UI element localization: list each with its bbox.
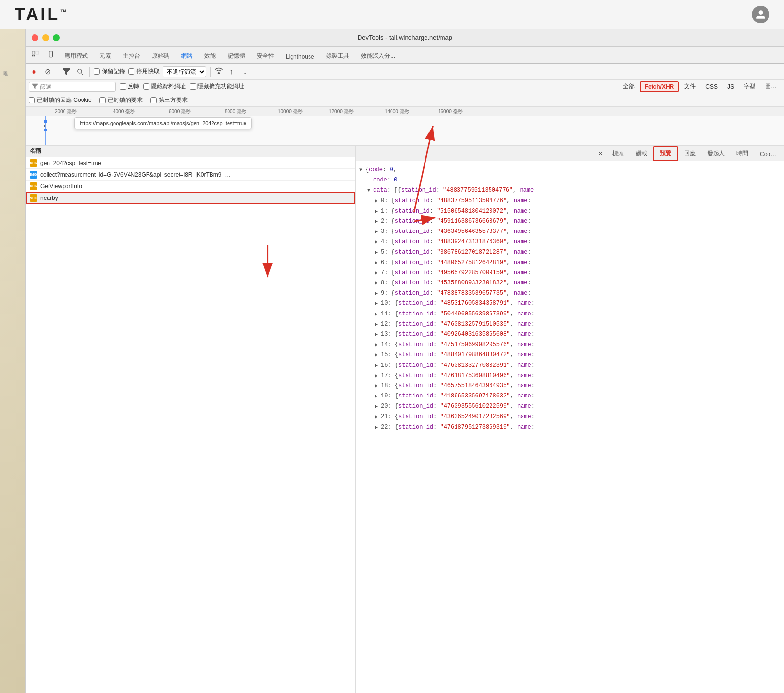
- json-row-item-20[interactable]: 20: {station_id: "476093555610222599", n…: [359, 401, 780, 412]
- json-expand-item-19[interactable]: [375, 393, 381, 400]
- json-row-item-3[interactable]: 3: {station_id: "436349564635578377", na…: [359, 227, 780, 237]
- third-party-checkbox[interactable]: 第三方要求: [150, 96, 188, 104]
- detail-tab-payload[interactable]: 酬載: [630, 147, 653, 161]
- json-row-item-22[interactable]: 22: {station_id: "476187951273869319", n…: [359, 422, 780, 432]
- json-expand-item-5[interactable]: [375, 249, 381, 257]
- json-row-item-19[interactable]: 19: {station_id: "418665335697178632", n…: [359, 391, 780, 401]
- json-row-item-0[interactable]: 0: {station_id: "488377595113504776", na…: [359, 196, 780, 206]
- json-expand-item-14[interactable]: [375, 341, 381, 349]
- tab-security[interactable]: 安全性: [251, 49, 280, 64]
- tab-network[interactable]: 網路: [175, 49, 198, 64]
- user-avatar[interactable]: [752, 6, 769, 23]
- json-expand-item-22[interactable]: [375, 424, 381, 431]
- search-btn[interactable]: [75, 66, 85, 77]
- json-expand-item-8[interactable]: [375, 280, 381, 287]
- close-window-btn[interactable]: [32, 34, 38, 41]
- tab-console[interactable]: 主控台: [117, 49, 146, 64]
- tab-performance-insights[interactable]: 效能深入分…: [355, 49, 402, 64]
- json-row-item-4[interactable]: 4: {station_id: "488392473131876360", na…: [359, 237, 780, 247]
- json-expand-item-18[interactable]: [375, 382, 381, 390]
- minimize-window-btn[interactable]: [42, 34, 49, 41]
- detail-tab-timing[interactable]: 時間: [731, 147, 754, 161]
- invert-checkbox[interactable]: 反轉: [120, 82, 139, 91]
- throttle-select[interactable]: 不進行節流: [163, 66, 206, 77]
- filter-text-input[interactable]: [40, 83, 113, 90]
- json-expand-item-2[interactable]: [375, 218, 381, 226]
- json-expand-item-4[interactable]: [375, 238, 381, 246]
- json-expand-item-9[interactable]: [375, 290, 381, 297]
- tab-application[interactable]: 應用程式: [59, 49, 94, 64]
- third-party-input[interactable]: [150, 97, 157, 103]
- json-row-item-9[interactable]: 9: {station_id: "478387833539657735", na…: [359, 288, 780, 298]
- json-expand-item-0[interactable]: [375, 198, 381, 205]
- json-expand-item-15[interactable]: [375, 351, 381, 359]
- json-row-item-12[interactable]: 12: {station_id: "476081325791510535", n…: [359, 319, 780, 330]
- stop-btn[interactable]: ⊘: [42, 66, 53, 77]
- blocked-cookie-checkbox[interactable]: 已封鎖的回應 Cookie: [29, 96, 92, 104]
- hide-data-urls-input[interactable]: [143, 83, 149, 90]
- tab-inspect[interactable]: [28, 48, 43, 64]
- hide-extension-urls-checkbox[interactable]: 隱藏擴充功能網址: [190, 82, 244, 91]
- filter-doc-btn[interactable]: 文件: [680, 81, 700, 92]
- disable-cache-input[interactable]: [128, 68, 134, 75]
- preserve-log-checkbox[interactable]: 保留記錄: [94, 67, 125, 76]
- json-row-item-2[interactable]: 2: {station_id: "459116386736668679", na…: [359, 216, 780, 227]
- disable-cache-checkbox[interactable]: 停用快取: [128, 67, 160, 76]
- json-expand-item-12[interactable]: [375, 321, 381, 329]
- json-expand-item-13[interactable]: [375, 331, 381, 339]
- request-item-gen204[interactable]: XHR gen_204?csp_test=true: [26, 157, 355, 169]
- json-expand-item-6[interactable]: [375, 259, 381, 267]
- preserve-log-input[interactable]: [94, 68, 100, 75]
- json-row-item-10[interactable]: 10: {station_id: "485317605834358791", n…: [359, 298, 780, 309]
- request-item-nearby[interactable]: XHR nearby: [26, 192, 355, 204]
- blocked-cookie-input[interactable]: [29, 97, 35, 103]
- request-item-getviewportinfo[interactable]: XHR GetViewportInfo: [26, 181, 355, 192]
- json-row-item-8[interactable]: 8: {station_id: "453588089332301832", na…: [359, 278, 780, 288]
- blocked-request-input[interactable]: [99, 97, 106, 103]
- json-expand-item-21[interactable]: [375, 413, 381, 421]
- json-expand-root[interactable]: [359, 166, 365, 174]
- filter-img-btn[interactable]: 圖…: [761, 81, 781, 92]
- maximize-window-btn[interactable]: [53, 34, 60, 41]
- json-row-item-18[interactable]: 18: {station_id: "465755184643964935", n…: [359, 381, 780, 391]
- json-expand-item-11[interactable]: [375, 311, 381, 318]
- record-btn[interactable]: ●: [29, 66, 39, 77]
- json-expand-item-3[interactable]: [375, 228, 381, 236]
- filter-btn[interactable]: [61, 66, 72, 77]
- request-item-collect[interactable]: IMG collect?measurement_id=G-6V6V4N23GF&…: [26, 169, 355, 181]
- json-row-root[interactable]: {code: 0,: [359, 165, 780, 175]
- filter-js-btn[interactable]: JS: [723, 81, 738, 92]
- filter-input-wrap[interactable]: [29, 82, 116, 92]
- json-row-item-11[interactable]: 11: {station_id: "504496055639867399", n…: [359, 309, 780, 319]
- json-row-item-14[interactable]: 14: {station_id: "475175069908205576", n…: [359, 340, 780, 350]
- json-row-data-header[interactable]: data : [{station_id: "488377595113504776…: [359, 185, 780, 196]
- detail-tab-initiator[interactable]: 發起人: [702, 147, 731, 161]
- json-row-item-17[interactable]: 17: {station_id: "476181753608810496", n…: [359, 371, 780, 381]
- json-row-item-7[interactable]: 7: {station_id: "495657922857009159", na…: [359, 268, 780, 278]
- json-row-item-21[interactable]: 21: {station_id: "436365249017282569", n…: [359, 412, 780, 422]
- json-expand-data[interactable]: [367, 187, 373, 195]
- json-row-item-13[interactable]: 13: {station_id: "409264031635865608", n…: [359, 330, 780, 340]
- detail-tab-preview[interactable]: 預覽: [653, 146, 678, 161]
- upload-icon[interactable]: ↑: [226, 66, 237, 77]
- hide-extension-urls-input[interactable]: [190, 83, 196, 90]
- detail-close-btn[interactable]: ×: [594, 147, 606, 161]
- json-row-item-15[interactable]: 15: {station_id: "488401798864830472", n…: [359, 350, 780, 360]
- filter-css-btn[interactable]: CSS: [701, 81, 722, 92]
- invert-input[interactable]: [120, 83, 126, 90]
- json-row-item-1[interactable]: 1: {station_id: "515065481804120072", na…: [359, 206, 780, 216]
- json-expand-item-10[interactable]: [375, 300, 381, 308]
- tab-sources[interactable]: 原始碼: [146, 49, 175, 64]
- json-row-item-16[interactable]: 16: {station_id: "476081332770832391", n…: [359, 361, 780, 371]
- detail-tab-cookies[interactable]: Coo…: [754, 148, 782, 161]
- json-expand-item-20[interactable]: [375, 403, 381, 411]
- filter-fetch-xhr-btn[interactable]: Fetch/XHR: [640, 81, 679, 92]
- blocked-request-checkbox[interactable]: 已封鎖的要求: [99, 96, 143, 104]
- tab-device[interactable]: [43, 48, 59, 64]
- detail-tab-headers[interactable]: 標頭: [606, 147, 630, 161]
- json-expand-item-17[interactable]: [375, 372, 381, 380]
- json-row-item-5[interactable]: 5: {station_id: "386786127018721287", na…: [359, 248, 780, 258]
- json-expand-item-7[interactable]: [375, 269, 381, 277]
- tab-performance[interactable]: 效能: [198, 49, 222, 64]
- download-icon[interactable]: ↓: [240, 66, 250, 77]
